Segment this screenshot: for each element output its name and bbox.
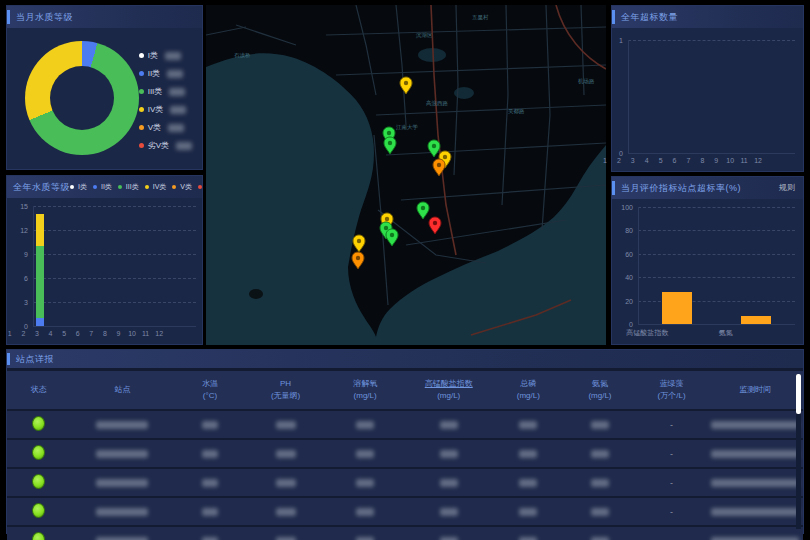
- table-cell: [71, 536, 174, 540]
- gridline: [33, 278, 196, 279]
- no-data-dash: -: [670, 507, 673, 517]
- table-cell: [564, 507, 636, 516]
- table-cell: -: [636, 507, 708, 517]
- redacted-value: [519, 479, 537, 487]
- status-dot-green: [32, 474, 45, 489]
- column-header: 高锰酸盐指数(mg/L): [405, 378, 493, 402]
- column-header: 总磷(mg/L): [493, 378, 565, 402]
- map-canvas: 石渎桥五星村滨湖区江南大学高浪西路吴都路机场路: [206, 5, 606, 345]
- table-cell: -: [636, 536, 708, 540]
- column-header: 水温(°C): [174, 378, 246, 402]
- bar-legend: I类II类III类IV类V类劣V类: [70, 176, 225, 198]
- redacted-value: [440, 421, 458, 429]
- table-cell: [174, 507, 246, 516]
- table-cell: [7, 532, 71, 540]
- table-cell: [325, 478, 405, 487]
- legend-dot: [145, 185, 149, 189]
- legend-dot: [139, 53, 144, 58]
- panel-year-exceed-header: 全年超标数量: [612, 6, 803, 28]
- redacted-value: [711, 450, 799, 458]
- legend-item[interactable]: I类: [139, 50, 192, 61]
- legend-label: I类: [78, 176, 87, 198]
- table-cell: [707, 449, 803, 458]
- table-cell: [246, 536, 326, 540]
- legend-item[interactable]: II类: [139, 68, 192, 79]
- legend-item[interactable]: III类: [139, 86, 192, 97]
- legend-item[interactable]: IV类: [145, 176, 167, 198]
- legend-dot: [139, 125, 144, 130]
- table-row[interactable]: -: [7, 498, 803, 525]
- gridline: [33, 302, 196, 303]
- table-cell: [246, 449, 326, 458]
- x-axis: [638, 324, 795, 325]
- year-exceed-chart: 01123456789101112: [612, 28, 805, 171]
- panel-month-quality-header: 当月水质等级: [7, 6, 202, 28]
- legend-item[interactable]: III类: [118, 176, 139, 198]
- gridline: [33, 230, 196, 231]
- x-tick: 氨氮: [696, 328, 756, 338]
- header-accent: [7, 353, 10, 365]
- legend-item[interactable]: I类: [70, 176, 87, 198]
- donut-legend: I类II类III类IV类V类劣V类: [139, 50, 192, 151]
- header-accent: [612, 10, 615, 24]
- scrollbar-thumb[interactable]: [796, 374, 801, 414]
- legend-item[interactable]: 劣V类: [139, 140, 192, 151]
- map-label: 江南大学: [396, 124, 419, 131]
- legend-item[interactable]: II类: [93, 176, 112, 198]
- x-tick: 12: [728, 157, 788, 164]
- table-cell: [325, 420, 405, 429]
- table-row[interactable]: -: [7, 527, 803, 540]
- table-header-row: 状态站点水温(°C)PH(无量纲)溶解氧(mg/L)高锰酸盐指数(mg/L)总磷…: [7, 371, 803, 409]
- table-scrollbar[interactable]: [796, 374, 801, 529]
- panel-year-exceed: 全年超标数量 01123456789101112: [611, 5, 804, 172]
- legend-item[interactable]: V类: [172, 176, 192, 198]
- redacted-value: [440, 450, 458, 458]
- map-pond: [418, 48, 446, 62]
- panel-title: 当月评价指标站点超标率(%): [621, 177, 741, 199]
- rules-link[interactable]: 规则: [779, 177, 795, 199]
- panel-month-quality: 当月水质等级 I类II类III类IV类V类劣V类: [6, 5, 203, 170]
- x-tick: 12: [129, 330, 189, 337]
- y-axis: [628, 40, 629, 153]
- redacted-count: [169, 88, 185, 96]
- redacted-value: [276, 508, 296, 516]
- panel-month-rate: 当月评价指标站点超标率(%) 规则 020406080100高锰酸盐指数氨氮: [611, 176, 804, 345]
- gridline: [638, 207, 795, 208]
- table-cell: [493, 536, 565, 540]
- table-cell: [564, 478, 636, 487]
- y-tick: 15: [7, 203, 28, 210]
- table-cell: [564, 536, 636, 540]
- header-accent: [612, 181, 615, 195]
- month-rate-chart: 020406080100高锰酸盐指数氨氮: [612, 199, 805, 344]
- legend-dot: [172, 185, 176, 189]
- table-row[interactable]: -: [7, 469, 803, 496]
- legend-label: V类: [180, 176, 192, 198]
- map[interactable]: 石渎桥五星村滨湖区江南大学高浪西路吴都路机场路: [206, 5, 606, 345]
- legend-label: III类: [126, 176, 139, 198]
- y-tick: 100: [612, 204, 633, 211]
- table-row[interactable]: -: [7, 411, 803, 438]
- map-label: 吴都路: [508, 108, 525, 115]
- table-cell: [405, 420, 493, 429]
- table-cell: [174, 478, 246, 487]
- redacted-value: [591, 450, 609, 458]
- y-tick: 80: [612, 227, 633, 234]
- y-tick: 1: [612, 37, 623, 44]
- y-tick: 0: [612, 321, 633, 328]
- redacted-station: [96, 421, 148, 429]
- legend-label: 劣V类: [148, 140, 169, 151]
- header-accent: [7, 10, 10, 24]
- redacted-value: [202, 421, 218, 429]
- redacted-value: [356, 508, 374, 516]
- status-dot-green: [32, 503, 45, 518]
- y-tick: 6: [7, 275, 28, 282]
- legend-dot: [139, 107, 144, 112]
- redacted-value: [276, 421, 296, 429]
- legend-item[interactable]: V类: [139, 122, 192, 133]
- legend-item[interactable]: IV类: [139, 104, 192, 115]
- table-cell: -: [636, 420, 708, 430]
- no-data-dash: -: [670, 478, 673, 488]
- table-cell: [405, 536, 493, 540]
- table-row[interactable]: -: [7, 440, 803, 467]
- map-island: [249, 289, 263, 299]
